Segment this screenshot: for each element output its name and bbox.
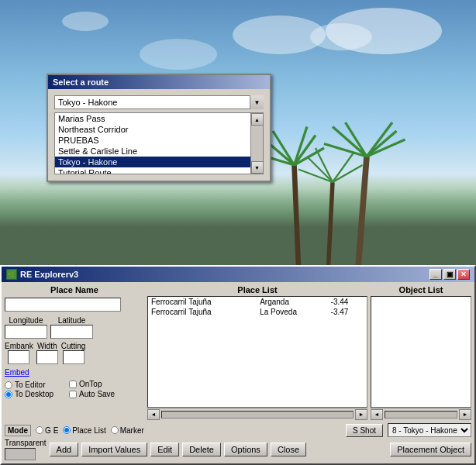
titlebar-title: 🌿 RE Explorerv3 xyxy=(6,269,78,280)
restore-button[interactable]: ▣ xyxy=(443,269,456,280)
route-dialog-title: Select a route xyxy=(53,78,109,87)
titlebar-buttons: _ ▣ ✕ xyxy=(429,269,470,280)
on-top-label: OnTop xyxy=(79,380,102,388)
latitude-input[interactable] xyxy=(50,325,93,339)
cutting-input[interactable] xyxy=(63,350,85,364)
width-label: Width xyxy=(37,342,57,350)
place-list-cell: Arganda xyxy=(257,297,327,307)
cutting-group: Cutting xyxy=(61,342,86,364)
scroll-down-btn[interactable]: ▼ xyxy=(251,161,264,174)
embank-group: Embank xyxy=(5,342,33,364)
mode-radio-group: G E Place List Marker xyxy=(36,426,144,435)
app-titlebar: 🌿 RE Explorerv3 _ ▣ ✕ xyxy=(2,267,474,282)
marker-radio[interactable] xyxy=(111,426,119,434)
embed-radio-group: To Editor To Desktop xyxy=(5,381,53,398)
list-item[interactable]: PRUEBAS xyxy=(55,135,250,146)
list-item[interactable]: Tokyo - Hakone xyxy=(55,157,250,167)
place-name-label: Place Name xyxy=(5,285,144,294)
embed-link[interactable]: Embed xyxy=(5,368,29,377)
list-item[interactable]: Tutorial Route xyxy=(55,167,250,174)
list-item[interactable]: Settle & Carlisle Line xyxy=(55,146,250,157)
delete-button[interactable]: Delete xyxy=(182,443,221,456)
app-content: Place Name Longitude Latitude Embank xyxy=(2,282,474,463)
place-list-area: Ferrocarril Tajuña Arganda -3.44 Ferroca… xyxy=(147,296,367,420)
route-select[interactable]: 8 - Tokyo - Hakone xyxy=(388,423,471,437)
table-row[interactable]: Ferrocarril Tajuña La Poveda -3.47 xyxy=(148,307,367,317)
scroll-track-h[interactable] xyxy=(161,411,354,418)
route-scrollbar: ▲ ▼ xyxy=(250,113,263,174)
on-top-checkbox[interactable] xyxy=(69,381,77,388)
auto-save-label: Auto Save xyxy=(79,390,115,398)
minimize-button[interactable]: _ xyxy=(429,269,442,280)
list-item[interactable]: Northeast Corridor xyxy=(55,124,250,135)
longitude-label: Longitude xyxy=(9,316,43,325)
place-list-cell: Ferrocarril Tajuña xyxy=(148,297,257,307)
place-list-radio-item: Place List xyxy=(63,426,105,435)
options-row: To Editor To Desktop OnTop xyxy=(5,380,144,398)
dropdown-arrow-icon[interactable]: ▼ xyxy=(250,95,264,109)
longitude-group: Longitude xyxy=(5,316,47,339)
auto-save-checkbox-item: Auto Save xyxy=(69,390,115,398)
to-editor-label: To Editor xyxy=(15,381,45,389)
place-list-header: Place List xyxy=(147,285,367,294)
to-editor-radio-item: To Editor xyxy=(5,381,53,389)
app-window: 🌿 RE Explorerv3 _ ▣ ✕ Place Name Longitu… xyxy=(0,265,476,465)
place-list-mode-label: Place List xyxy=(72,426,105,435)
longitude-input[interactable] xyxy=(5,325,47,339)
right-panel: Object List ◄ ► xyxy=(371,285,471,420)
placement-object-button[interactable]: Placement Object xyxy=(390,443,471,456)
to-editor-radio[interactable] xyxy=(5,381,12,389)
svg-line-18 xyxy=(333,153,354,183)
button-row: Transparent Add Import Values Edit Delet… xyxy=(5,439,471,460)
lon-lat-row: Longitude Latitude xyxy=(5,316,144,339)
obj-scroll-left-btn[interactable]: ◄ xyxy=(371,409,383,420)
mode-label: Mode xyxy=(5,425,31,436)
latitude-label: Latitude xyxy=(58,316,86,325)
object-list-area: ◄ ► xyxy=(371,296,471,420)
scroll-right-btn[interactable]: ► xyxy=(355,409,367,420)
checkbox-group: OnTop Auto Save xyxy=(69,380,115,398)
close-window-button[interactable]: ✕ xyxy=(457,269,470,280)
route-dialog-body: Tokyo - Hakone ▼ Marias Pass Northeast C… xyxy=(48,89,270,181)
sshot-button[interactable]: S Shot xyxy=(346,424,383,437)
place-list-radio[interactable] xyxy=(63,426,71,434)
to-desktop-label: To Desktop xyxy=(15,390,53,398)
obj-scroll-right-btn[interactable]: ► xyxy=(459,409,471,420)
place-list-cell: -3.47 xyxy=(328,307,367,317)
place-name-input[interactable] xyxy=(5,298,121,312)
to-desktop-radio-item: To Desktop xyxy=(5,390,53,398)
route-dropdown-wrapper: Tokyo - Hakone ▼ xyxy=(54,95,264,109)
import-values-button[interactable]: Import Values xyxy=(81,443,147,456)
mode-row: Mode G E Place List Marker S Shot xyxy=(5,423,471,437)
add-button[interactable]: Add xyxy=(50,443,79,456)
place-list-container[interactable]: Ferrocarril Tajuña Arganda -3.44 Ferroca… xyxy=(147,296,367,408)
width-input[interactable] xyxy=(36,350,58,364)
marker-radio-item: Marker xyxy=(111,426,144,435)
embank-input[interactable] xyxy=(8,350,29,364)
auto-save-checkbox[interactable] xyxy=(69,391,77,398)
route-dropdown[interactable]: Tokyo - Hakone xyxy=(54,95,264,109)
close-button[interactable]: Close xyxy=(271,443,306,456)
place-list-table: Ferrocarril Tajuña Arganda -3.44 Ferroca… xyxy=(148,297,367,317)
edit-button[interactable]: Edit xyxy=(150,443,179,456)
transparent-slider[interactable] xyxy=(5,448,36,460)
ge-radio-item: G E xyxy=(36,426,58,435)
route-dialog-titlebar: Select a route xyxy=(48,75,270,89)
latitude-group: Latitude xyxy=(50,316,93,339)
cutting-label: Cutting xyxy=(61,342,86,350)
object-list-container[interactable] xyxy=(371,296,471,408)
place-list-cell: La Poveda xyxy=(257,307,327,317)
list-item[interactable]: Marias Pass xyxy=(55,113,250,124)
scroll-up-btn[interactable]: ▲ xyxy=(251,113,264,126)
obj-scroll-track-h[interactable] xyxy=(385,411,457,418)
svg-line-4 xyxy=(295,136,316,166)
route-list-container: Marias Pass Northeast Corridor PRUEBAS S… xyxy=(54,112,264,174)
to-desktop-radio[interactable] xyxy=(5,391,12,398)
place-list-hscrollbar: ◄ ► xyxy=(147,408,367,420)
options-button[interactable]: Options xyxy=(224,443,267,456)
scroll-left-btn[interactable]: ◄ xyxy=(147,409,160,420)
table-row[interactable]: Ferrocarril Tajuña Arganda -3.44 xyxy=(148,297,367,307)
route-list: Marias Pass Northeast Corridor PRUEBAS S… xyxy=(55,113,250,174)
ge-radio[interactable] xyxy=(36,426,43,434)
scroll-track[interactable] xyxy=(251,126,263,161)
